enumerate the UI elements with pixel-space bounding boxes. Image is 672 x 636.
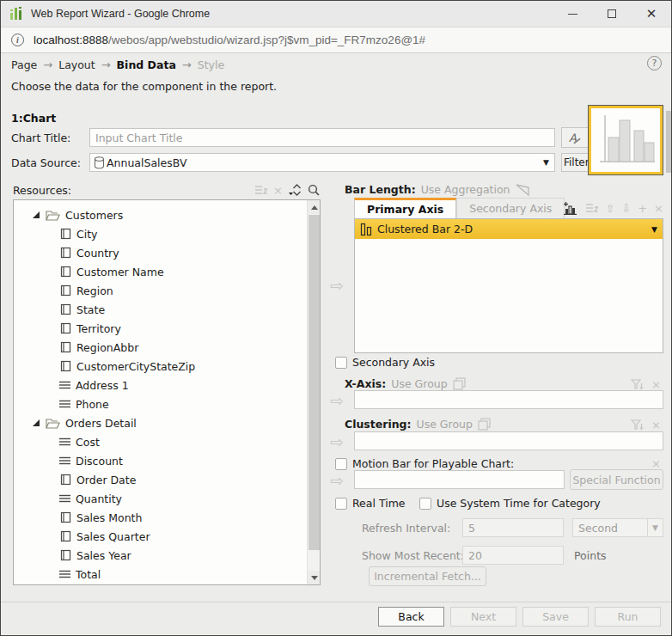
minimize-button[interactable] [553,1,592,27]
special-function-button[interactable]: Special Function [570,469,663,490]
tree-item[interactable]: Customer Name [14,262,306,281]
refresh-interval-label: Refresh Interval: [362,522,450,535]
scroll-up-button[interactable] [308,200,321,214]
remove-icon: × [651,458,661,469]
chevron-down-icon[interactable]: ▼ [651,225,657,234]
scrollbar-thumb[interactable] [309,215,320,550]
maximize-button[interactable] [592,1,632,27]
use-group-icon[interactable] [453,377,466,390]
motion-bar-icons: × [651,458,661,469]
chevron-down-icon[interactable]: ▼ [543,158,549,167]
save-button[interactable]: Save [522,607,589,627]
breadcrumb-layout[interactable]: Layout [58,58,95,71]
detail-field-icon [59,570,70,578]
expanded-node-icon[interactable] [33,211,40,218]
maximize-icon [608,9,616,18]
button-label: Run [618,610,638,623]
tree-item[interactable]: City [14,224,306,243]
tree-item[interactable]: Customers [14,205,306,224]
use-group-icon[interactable] [478,418,491,431]
tree-item[interactable]: RegionAbbr [14,338,306,357]
assign-arrow-icon: ⇨ [330,278,344,294]
real-time-label: Real Time [352,497,406,510]
tree-item-label: Quantity [76,492,122,505]
refresh-unit-select[interactable]: Second ▼ [572,518,663,537]
data-source-select[interactable]: AnnualSalesBV ▼ [89,153,555,172]
next-button[interactable]: Next [450,607,516,627]
tree-item[interactable]: Orders Detail [14,413,306,432]
folder-icon [46,210,60,221]
tree-item[interactable] [14,584,306,585]
tree-item[interactable]: Territory [14,319,306,338]
thumbnail-scrollbar[interactable] [666,111,671,173]
tree-item[interactable]: Discount [14,451,306,470]
chevron-down-icon: ▼ [647,519,663,536]
scroll-down-button[interactable] [308,571,321,584]
tree-item[interactable]: Phone [14,394,306,413]
url-text[interactable]: localhost:8888/webos/app/webstudio/wizar… [34,34,425,46]
sort-list-icon[interactable] [254,185,267,195]
axis-tab[interactable]: Primary Axis [354,198,456,218]
refresh-interval-input[interactable] [462,518,564,537]
arrow-icon: → [182,58,192,71]
chart-title-label: Chart Title: [11,131,70,144]
chart-title-input[interactable] [89,128,555,147]
tree-item-label: CustomerCityStateZip [76,360,195,373]
tree-item[interactable]: CustomerCityStateZip [14,357,306,376]
app-favicon-icon [9,7,23,21]
show-most-recent-input[interactable] [462,546,564,565]
expand-collapse-icon[interactable] [289,184,302,196]
chart-preview-thumbnail[interactable] [589,106,663,174]
search-icon[interactable] [308,184,320,196]
tree-item[interactable]: Sales Year [14,546,306,565]
assign-arrow-icon: ⇨ [330,434,344,450]
dimension-field-icon [59,474,71,486]
tree-item[interactable]: Sales Quarter [14,527,306,546]
add-icon: + [638,203,647,214]
tree-item[interactable]: Cost [14,432,306,451]
assign-arrow-icon: ⇨ [330,393,344,409]
real-time-checkbox[interactable] [335,498,347,510]
back-button[interactable]: Back [378,607,444,627]
x-axis-use-group-label: Use Group [391,377,447,390]
expanded-node-icon[interactable] [33,419,40,426]
clustering-input[interactable] [354,431,663,450]
tree-scrollbar[interactable] [307,200,320,584]
x-axis-input[interactable] [354,390,663,409]
run-button[interactable]: Run [595,607,661,627]
remove-icon: × [651,379,661,390]
chart-type-selected-row[interactable]: Clustered Bar 2-D ▼ [355,219,663,239]
tree-item[interactable]: State [14,300,306,319]
tree-item[interactable]: Address 1 [14,376,306,394]
use-system-time-checkbox[interactable] [419,498,431,510]
tree-item[interactable]: Country [14,243,306,262]
close-button[interactable]: ✕ [632,1,671,27]
add-chart-type-icon[interactable] [564,202,578,215]
help-icon[interactable]: ? [647,56,662,70]
info-circle-icon[interactable]: i [11,34,24,46]
aggregation-triangle-icon[interactable] [516,184,529,196]
dimension-field-icon [59,530,71,542]
resources-label: Resources: [13,184,71,197]
breadcrumb-style: Style [198,58,224,71]
tree-item[interactable]: Order Date [14,470,306,489]
motion-bar-checkbox[interactable] [335,458,347,470]
axis-tab[interactable]: Secondary Axis [456,198,565,218]
tree-item[interactable]: Quantity [14,489,306,508]
incremental-fetch-button[interactable]: Incremental Fetch... [369,566,486,586]
detail-field-icon [59,456,70,465]
breadcrumb-page[interactable]: Page [11,58,37,71]
breadcrumb-bind-data[interactable]: Bind Data [117,58,176,71]
dimension-field-icon [59,284,71,297]
font-button[interactable]: A [561,127,589,148]
tree-list: Customers [14,205,306,585]
tree-item[interactable]: Sales Month [14,508,306,527]
tree-item[interactable]: Region [14,281,306,300]
detail-field-icon [59,400,70,408]
tree-item[interactable]: Total [14,565,306,584]
dimension-field-icon [59,360,71,372]
arrow-icon: → [101,58,111,71]
motion-bar-input[interactable] [354,470,565,489]
secondary-axis-checkbox[interactable] [335,357,347,369]
filter-sort-icon [631,419,644,431]
